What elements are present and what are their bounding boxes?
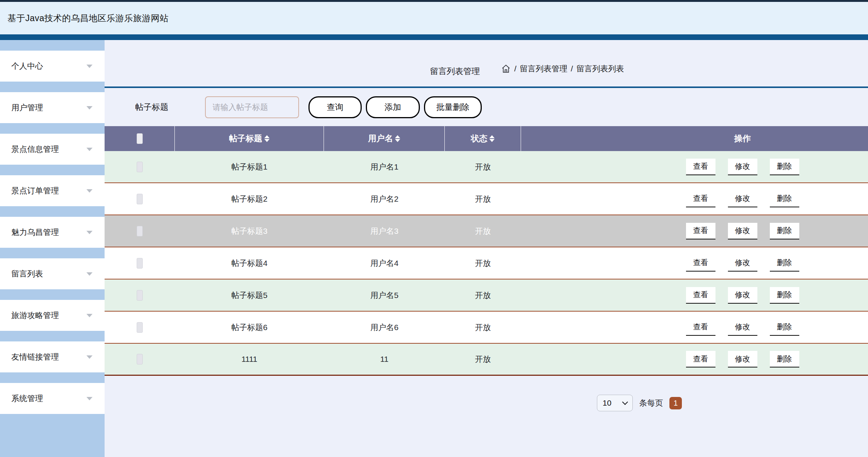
header-accent-stripe [0, 34, 868, 40]
chevron-down-icon [86, 314, 93, 317]
page-title: 留言列表管理 [430, 66, 480, 77]
sidebar-item[interactable]: 景点信息管理 [0, 134, 105, 165]
table-row[interactable]: 帖子标题6 用户名6 开放 查看 修改 删除 [105, 312, 868, 344]
sidebar-item-label: 友情链接管理 [11, 352, 59, 362]
view-button[interactable]: 查看 [686, 319, 715, 336]
sidebar-item-label: 个人中心 [11, 61, 43, 71]
chevron-down-icon [86, 231, 93, 234]
edit-button[interactable]: 修改 [728, 191, 757, 207]
sidebar-item[interactable]: 个人中心 [0, 51, 105, 82]
column-header-title[interactable]: 帖子标题 [175, 126, 324, 151]
batch-delete-button[interactable]: 批量删除 [424, 96, 482, 118]
table-row[interactable]: 帖子标题5 用户名5 开放 查看 修改 删除 [105, 279, 868, 312]
sidebar-item[interactable]: 友情链接管理 [0, 341, 105, 372]
page-number-button[interactable]: 1 [669, 397, 682, 409]
view-button[interactable]: 查看 [686, 287, 715, 304]
sidebar-item[interactable]: 景点订单管理 [0, 175, 105, 206]
column-label: 帖子标题 [229, 133, 262, 144]
column-header-username[interactable]: 用户名 [324, 126, 445, 151]
edit-button[interactable]: 修改 [728, 159, 757, 175]
sidebar-item-label: 景点订单管理 [11, 185, 59, 196]
page-size-select[interactable]: 10 [597, 395, 633, 411]
select-all-checkbox[interactable] [137, 133, 143, 144]
delete-button[interactable]: 删除 [770, 351, 799, 367]
column-label: 状态 [471, 133, 487, 144]
main-content: 留言列表管理 / 留言列表管理 / 留言列表列表 帖子标题 查询 添加 批量删除 [105, 40, 868, 457]
app-title: 基于Java技术的乌昌地区乐游乐旅游网站 [8, 12, 169, 24]
search-input[interactable] [205, 96, 299, 118]
sidebar-spacer [0, 248, 105, 258]
edit-button[interactable]: 修改 [728, 351, 757, 367]
delete-button[interactable]: 删除 [770, 159, 799, 175]
breadcrumb-item-current: 留言列表列表 [577, 63, 624, 74]
sidebar-spacer [0, 331, 105, 341]
edit-button[interactable]: 修改 [728, 287, 757, 304]
delete-button[interactable]: 删除 [770, 287, 799, 304]
table-row[interactable]: 帖子标题2 用户名2 开放 查看 修改 删除 [105, 183, 868, 215]
cell-username: 用户名2 [324, 194, 445, 204]
cell-actions: 查看 修改 删除 [521, 287, 868, 304]
cell-actions: 查看 修改 删除 [521, 191, 868, 207]
sort-icon[interactable] [395, 135, 400, 142]
edit-button[interactable]: 修改 [728, 319, 757, 336]
row-checkbox[interactable] [137, 290, 143, 301]
delete-button[interactable]: 删除 [770, 223, 799, 239]
sidebar-item[interactable]: 魅力乌昌管理 [0, 217, 105, 248]
cell-actions: 查看 修改 删除 [521, 351, 868, 367]
sidebar-menu: 个人中心 用户管理 景点信息管理 景点订单管理 魅力乌昌管理 留言列表 旅游攻略… [0, 40, 105, 457]
row-checkbox-cell [105, 322, 175, 333]
sidebar-spacer [0, 372, 105, 383]
row-checkbox[interactable] [137, 354, 143, 364]
delete-button[interactable]: 删除 [770, 255, 799, 272]
view-button[interactable]: 查看 [686, 255, 715, 272]
edit-button[interactable]: 修改 [728, 255, 757, 272]
cell-status: 开放 [445, 194, 521, 204]
cell-actions: 查看 修改 删除 [521, 159, 868, 175]
sort-icon[interactable] [489, 135, 495, 142]
cell-actions: 查看 修改 删除 [521, 223, 868, 239]
column-header-status[interactable]: 状态 [445, 126, 521, 151]
sidebar-item[interactable]: 留言列表 [0, 258, 105, 289]
cell-status: 开放 [445, 258, 521, 269]
view-button[interactable]: 查看 [686, 351, 715, 367]
view-button[interactable]: 查看 [686, 159, 715, 175]
table-row[interactable]: 帖子标题3 用户名3 开放 查看 修改 删除 [105, 215, 868, 247]
pagination: 10 条每页 1 [597, 395, 682, 411]
sidebar-item[interactable]: 系统管理 [0, 383, 105, 414]
home-icon[interactable] [501, 64, 511, 74]
table-row[interactable]: 帖子标题4 用户名4 开放 查看 修改 删除 [105, 247, 868, 279]
column-label: 用户名 [368, 133, 393, 144]
sort-icon[interactable] [264, 135, 270, 142]
row-checkbox[interactable] [137, 226, 143, 236]
page-size-value: 10 [603, 398, 611, 408]
view-button[interactable]: 查看 [686, 223, 715, 239]
row-checkbox[interactable] [137, 322, 143, 333]
cell-status: 开放 [445, 162, 521, 172]
row-checkbox-cell [105, 354, 175, 364]
sidebar-spacer [0, 123, 105, 134]
row-checkbox[interactable] [137, 162, 143, 172]
delete-button[interactable]: 删除 [770, 191, 799, 207]
row-checkbox-cell [105, 290, 175, 301]
sidebar-item[interactable]: 用户管理 [0, 92, 105, 123]
sidebar-item-label: 魅力乌昌管理 [11, 227, 59, 238]
delete-button[interactable]: 删除 [770, 319, 799, 336]
row-checkbox-cell [105, 162, 175, 172]
cell-title: 帖子标题4 [175, 258, 324, 269]
table-row[interactable]: 帖子标题1 用户名1 开放 查看 修改 删除 [105, 151, 868, 183]
row-checkbox[interactable] [137, 194, 143, 204]
app-header: 基于Java技术的乌昌地区乐游乐旅游网站 [0, 2, 868, 34]
row-checkbox[interactable] [137, 258, 143, 269]
breadcrumb-separator: / [514, 64, 516, 73]
add-button[interactable]: 添加 [366, 96, 420, 118]
breadcrumb-item-parent[interactable]: 留言列表管理 [520, 63, 567, 74]
table-row[interactable]: 1111 11 开放 查看 修改 删除 [105, 344, 868, 376]
chevron-down-icon [86, 355, 93, 359]
query-button[interactable]: 查询 [308, 96, 362, 118]
cell-actions: 查看 修改 删除 [521, 255, 868, 272]
sidebar-spacer [0, 289, 105, 300]
cell-title: 帖子标题1 [175, 162, 324, 172]
edit-button[interactable]: 修改 [728, 223, 757, 239]
view-button[interactable]: 查看 [686, 191, 715, 207]
sidebar-item[interactable]: 旅游攻略管理 [0, 300, 105, 331]
